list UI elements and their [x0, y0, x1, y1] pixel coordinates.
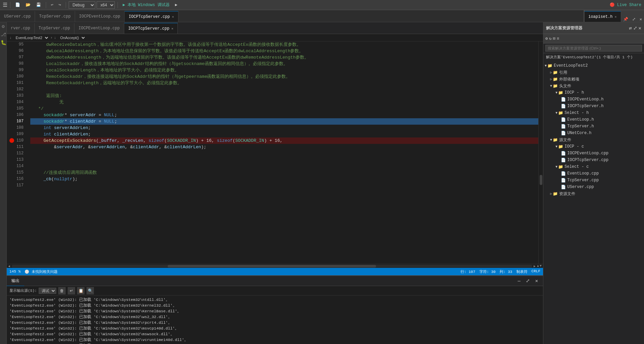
attach-btn[interactable]: ▶ [173, 2, 179, 8]
row-indicator[interactable]: 行: 107 [461, 269, 475, 274]
expand-btn-right[interactable]: ⤢ [630, 17, 638, 22]
panel-minimize-btn[interactable]: — [515, 277, 523, 285]
tree-item-iocpeventloop-h[interactable]: 📄 IOCPEventLoop.h [543, 96, 644, 103]
redo-btn[interactable]: ↪ [57, 2, 63, 8]
sol-close-btn[interactable]: ✕ [639, 25, 641, 31]
mode-indicator[interactable]: 制表符 [516, 269, 528, 274]
solution-label: 解决方案'EventLoopTest2'(1 个项目/共 1 个) [543, 53, 644, 61]
output-find-btn[interactable]: 🔍 [87, 287, 94, 294]
panel-close-btn[interactable]: ✕ [533, 277, 540, 285]
tab-close-iocptcpserver[interactable]: ✕ [172, 15, 174, 19]
output-line-1: 'EventLoopTest2.exe' (Win32): 已加载 'C:\Wi… [9, 303, 540, 308]
sec-tab-close[interactable]: ✕ [171, 27, 173, 31]
editor-scrollbar-h[interactable]: ◀ ▶ ▲ ▼ [7, 264, 543, 268]
tree-item-select-h[interactable]: ▼ 📁 Select - h [543, 110, 644, 116]
gutter-99 [7, 67, 17, 73]
class-select[interactable]: EventLoopTest2 [13, 35, 49, 40]
scroll-left-arrow[interactable]: ◀ [8, 264, 10, 268]
tree-item-iocptcpserver-cpp[interactable]: 📄 IOCPTcpServer.cpp [543, 157, 644, 163]
app-menu-icon[interactable]: ☰ [3, 2, 7, 8]
output-copy-btn[interactable]: 📋 [77, 287, 84, 294]
tree-item-eventlooptest2[interactable]: ▼ 📁 EventLoopTest2 [543, 62, 644, 69]
scroll-down-arrow[interactable]: ▼ [540, 264, 542, 268]
error-indicator[interactable]: ⚪ 未找到相关问题 [25, 269, 58, 274]
tab-userver-cpp[interactable]: UServer.cpp [0, 11, 35, 22]
code-content[interactable]: dwReceiveDataLength，输出缓冲区中用于接收第一个数据的字节数。… [30, 41, 538, 264]
tree-item-headers[interactable]: ▼ 📁 头文件 [543, 83, 644, 89]
output-source-select[interactable]: 调试 生成 [39, 288, 56, 294]
sol-collapse-btn[interactable]: ⊟ [553, 36, 555, 41]
tree-item-resources[interactable]: ▷ 📁 资源文件 [543, 190, 644, 197]
save-btn[interactable]: 💾 [34, 2, 43, 8]
tree-item-iocp-h[interactable]: ▼ 📁 IOCP - h [543, 89, 644, 96]
tree-item-unetcore-h[interactable]: 📄 UNetCore.h [543, 130, 644, 136]
method-select[interactable]: OnAccept() [58, 35, 86, 40]
sol-filter-btn[interactable]: ≡ [557, 36, 559, 41]
label-sources: 源文件 [559, 137, 571, 143]
close-btn-right[interactable]: ✕ [638, 17, 644, 22]
tab-close-ioapiset[interactable]: ✕ [615, 15, 617, 19]
tree-item-iocptcpserver-h[interactable]: 📄 IOCPTcpServer.h [543, 103, 644, 110]
tree-item-ref[interactable]: ▷ 📁 引用 [543, 69, 644, 76]
tree-item-sources[interactable]: ▼ 📁 源文件 [543, 136, 644, 143]
output-wrap-btn[interactable]: ↵ [68, 287, 75, 294]
debug-config-select[interactable]: Debug Release [69, 1, 95, 9]
git-icon[interactable]: ⎇ [1, 32, 6, 37]
sol-expand-btn[interactable]: ⤢ [633, 25, 637, 31]
undo-btn[interactable]: ↩ [49, 2, 55, 8]
platform-select[interactable]: x64 x86 [97, 1, 115, 9]
icon-eventloop-cpp: 📄 [561, 171, 566, 176]
tab-tcpserver-cpp[interactable]: TcpServer.cpp [35, 11, 75, 22]
tree-item-tcpserver-cpp[interactable]: 📄 TcpServer.cpp [543, 177, 644, 184]
solution-search-input[interactable] [545, 45, 642, 52]
sol-toolbar: ⚙ ↻ ⊟ ≡ [543, 34, 644, 43]
code-line-101: RemoteSockaddrLength，远端地址的字节大小。必须指定此参数。 [30, 80, 538, 86]
output-clear-btn[interactable]: 🗑 [58, 287, 66, 294]
sec-tab-iocpeventloop[interactable]: IOCPEventLoop.cpp [74, 23, 124, 34]
tab-iocpeventloop-cpp[interactable]: IOCPEventLoop.cpp [75, 11, 125, 22]
sol-sync-btn[interactable]: ⇄ [629, 25, 632, 31]
scroll-right-arrow[interactable]: ▶ [534, 264, 536, 268]
scrollbar-h-thumb[interactable] [168, 265, 376, 268]
encoding-indicator[interactable]: CRLF [532, 269, 540, 274]
tree-item-extdep[interactable]: ▷ 📁 外部依赖项 [543, 76, 644, 83]
scrollbar-thumb-v[interactable] [540, 175, 542, 185]
open-file-btn[interactable]: 📂 [24, 2, 33, 8]
scroll-up-arrow[interactable]: ▲ [537, 264, 539, 268]
code-line-100: RemoteSockaddr，接收连接远端地址的SockAddr结构的指针（与g… [30, 73, 538, 80]
start-debug-btn[interactable]: ▶ 本地 Windows 调试器 [121, 1, 171, 8]
sol-refresh-btn[interactable]: ↻ [549, 36, 551, 41]
tree-item-select-c[interactable]: ▼ 📁 Select - c [543, 163, 644, 170]
editor-scrollbar-v[interactable] [538, 41, 543, 264]
panel-expand-btn[interactable]: ⤢ [524, 277, 532, 285]
pin-btn[interactable]: 📌 [621, 17, 630, 22]
gutter-106 [7, 112, 17, 118]
zoom-level[interactable]: 145 % [9, 270, 21, 274]
breakpoint-indicator [9, 138, 14, 143]
scrollbar-h-track[interactable] [11, 265, 532, 268]
tree-item-iocpeventloop-cpp[interactable]: 📄 IOCPEventLoop.cpp [543, 150, 644, 157]
icon-iocptcpserver-h: 📄 [561, 104, 566, 109]
tree-item-tcpserver-h[interactable]: 📄 TcpServer.h [543, 123, 644, 130]
sec-tab-rver[interactable]: rver.cpp [7, 23, 35, 34]
tree-item-eventloop-h[interactable]: 📄 EventLoop.h [543, 116, 644, 123]
output-line-4: 'EventLoopTest2.exe' (Win32): 已加载 'C:\Wi… [9, 320, 540, 325]
debug-icon[interactable]: 🐛 [1, 40, 6, 45]
line-indicator[interactable]: 列: 33 [500, 269, 512, 274]
sol-properties-btn[interactable]: ⚙ [545, 36, 548, 41]
col-indicator[interactable]: 字符: 30 [479, 269, 496, 274]
gutter-108 [7, 125, 17, 131]
sec-tab-iocptcpserver-active[interactable]: IOCPTcpServer.cpp ✕ [124, 23, 178, 34]
tab-ioapiset-right[interactable]: ioapiset.h ✕ [584, 11, 621, 22]
live-share-btn[interactable]: 🔴 Live Share [610, 2, 641, 7]
explorer-icon[interactable]: ⚙ [1, 24, 6, 29]
tree-item-iocp-c[interactable]: ▼ 📁 IOCP - c [543, 143, 644, 150]
output-line-3: 'EventLoopTest2.exe' (Win32): 已加载 'C:\Wi… [9, 314, 540, 320]
tree-item-userver-cpp[interactable]: 📄 UServer.cpp [543, 184, 644, 190]
new-file-btn[interactable]: 📄 [13, 2, 22, 8]
label-iocp-h: IOCP - h [565, 90, 584, 95]
tree-item-eventloop-cpp[interactable]: 📄 EventLoop.cpp [543, 170, 644, 177]
panel-tab-output[interactable]: 输出 [7, 276, 24, 286]
sec-tab-tcpserver[interactable]: TcpServer.cpp [35, 23, 75, 34]
tab-iocptcpserver-cpp-active[interactable]: IOCPTcpServer.cpp ✕ [125, 11, 178, 22]
